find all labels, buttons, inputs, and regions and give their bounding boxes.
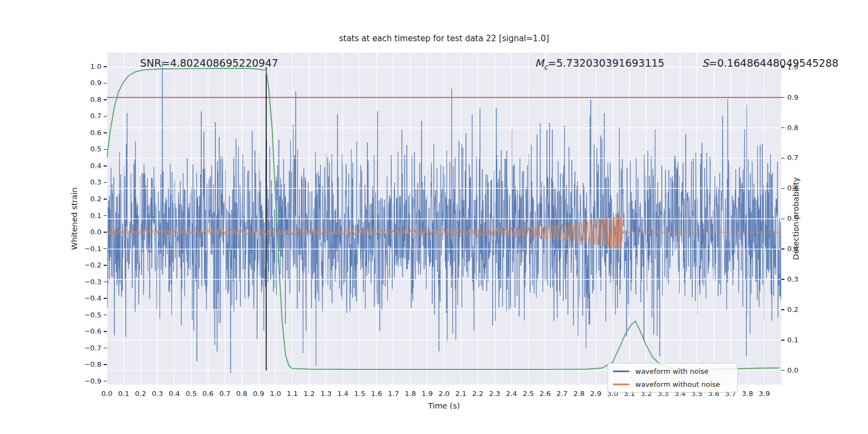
legend-line-sample-blue [613,371,629,372]
x-axis-tick-label: 2.2 [469,390,487,398]
right-axis-tick-label: 0.8 [787,124,799,132]
left-axis-tick-mark [104,315,107,316]
x-axis-tick-label: 2.4 [502,390,521,398]
left-axis-tick-mark [104,248,107,250]
left-axis-tick-mark [104,99,107,100]
x-axis-tick-label: 2.0 [435,390,454,398]
right-axis-tick-mark [781,279,784,280]
right-axis-tick-label: 0.0 [787,366,799,375]
x-axis-tick-label: 2.5 [519,390,538,398]
left-axis-tick-label: −0.3 [84,278,101,286]
right-axis-tick-mark [781,370,784,371]
x-axis-tick-label: 1.1 [283,390,302,398]
left-axis-tick-mark [104,331,107,332]
x-axis-tick-label: 1.0 [266,390,285,398]
right-axis-tick-mark [781,127,784,129]
left-axis-tick-mark [104,298,107,299]
right-axis-tick-label: 0.2 [787,305,799,314]
right-axis-tick-label: 0.3 [787,275,799,284]
right-axis-tick-mark [781,340,784,341]
left-axis-tick-mark [104,282,107,283]
left-axis-tick-label: 0.9 [90,79,101,87]
left-axis-tick-mark [104,83,107,84]
left-axis-tick-mark [104,364,107,365]
left-axis-tick-mark [104,215,107,216]
right-axis-tick-label: 0.6 [787,184,799,193]
left-axis-tick-label: −0.2 [84,261,101,270]
left-axis-tick-mark [104,199,107,200]
legend: waveform with noise waveform without noi… [608,363,738,393]
left-axis-tick-label: 0.8 [90,95,101,104]
x-axis-tick-label: 2.6 [536,390,554,398]
x-axis-tick-label: 3.9 [755,390,774,398]
x-axis-tick-label: 2.9 [586,390,605,398]
right-axis-tick-label: 0.4 [787,245,799,253]
x-axis-tick-label: 2.7 [553,390,571,398]
plot-area [107,53,781,385]
left-axis-tick-label: 0.5 [90,145,101,154]
x-axis-tick-label: 0.7 [216,390,234,398]
right-axis-tick-label: 0.5 [787,214,799,223]
left-axis-tick-label: 0.4 [90,162,101,170]
legend-label: waveform with noise [635,367,709,375]
x-axis-label: Time (s) [107,401,781,410]
left-axis-tick-label: 0.2 [90,195,101,203]
x-axis-tick-label: 1.7 [384,390,403,398]
x-axis-tick-label: 0.4 [165,390,183,398]
x-axis-tick-label: 1.8 [401,390,419,398]
x-axis-tick-label: 0.8 [233,390,251,398]
legend-line-sample-orange [613,384,629,385]
right-axis-tick-mark [781,158,784,159]
left-axis-tick-mark [104,348,107,349]
left-axis-tick-mark [104,165,107,167]
x-axis-tick-label: 2.1 [452,390,470,398]
left-axis-tick-label: −0.9 [84,377,101,386]
x-axis-tick-label: 0.1 [114,390,133,398]
x-axis-tick-label: 1.9 [418,390,436,398]
x-axis-tick-label: 1.6 [367,390,386,398]
right-axis-tick-mark [781,248,784,250]
x-axis-tick-label: 0.2 [131,390,150,398]
x-axis-tick-label: 0.9 [250,390,268,398]
left-axis-tick-mark [104,66,107,67]
x-axis-tick-label: 0.3 [148,390,167,398]
x-axis-tick-label: 0.6 [199,390,217,398]
left-axis-tick-label: 0.0 [90,228,101,237]
x-axis-tick-label: 1.2 [300,390,318,398]
legend-entry-with-noise: waveform with noise [608,366,737,377]
left-axis-tick-label: −0.1 [84,245,101,253]
legend-entry-without-noise: waveform without noise [608,379,737,390]
legend-label: waveform without noise [635,380,720,388]
left-axis-tick-label: −0.8 [84,360,101,369]
x-axis-tick-label: 3.8 [738,390,757,398]
left-axis-tick-mark [104,265,107,266]
snr-annotation: SNR=4.802408695220947 [140,57,278,69]
x-axis-tick-label: 1.3 [317,390,335,398]
x-axis-tick-label: 0.0 [98,390,116,398]
left-axis-tick-label: −0.7 [84,344,101,353]
left-axis-tick-label: −0.4 [84,294,101,303]
x-axis-tick-label: 0.5 [182,390,200,398]
similarity-annotation: S=0.16486448049545288 [702,57,839,69]
right-axis-tick-mark [781,309,784,310]
plot-canvas [107,53,781,385]
right-axis-tick-mark [781,219,784,220]
right-axis-tick-mark [781,188,784,189]
left-axis-tick-label: 0.1 [90,212,101,220]
x-axis-tick-label: 2.3 [486,390,504,398]
left-axis-tick-label: 0.6 [90,129,101,137]
left-axis-tick-label: −0.6 [84,327,101,336]
x-axis-tick-label: 2.8 [570,390,588,398]
right-axis-tick-mark [781,97,784,98]
left-axis-tick-label: 0.7 [90,112,101,120]
right-axis-tick-label: 0.1 [787,336,799,344]
left-axis-tick-mark [104,381,107,382]
left-y-axis-label: Whitened strain [70,187,79,250]
left-axis-tick-label: −0.5 [84,311,101,320]
left-axis-tick-label: 0.3 [90,178,101,187]
chirp-mass-annotation: Mc=5.732030391693115 [535,57,665,71]
left-axis-tick-mark [104,132,107,133]
right-axis-tick-label: 0.7 [787,154,799,162]
figure: stats at each timestep for test data 22 … [0,0,868,434]
left-axis-tick-mark [104,182,107,183]
